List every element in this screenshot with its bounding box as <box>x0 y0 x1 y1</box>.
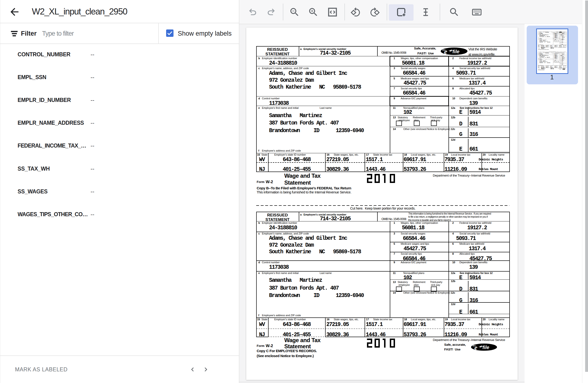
svg-text:file: file <box>483 345 489 350</box>
svg-text:file: file <box>453 49 460 54</box>
svg-text:e: e <box>474 344 478 351</box>
svg-text:e: e <box>444 48 447 55</box>
